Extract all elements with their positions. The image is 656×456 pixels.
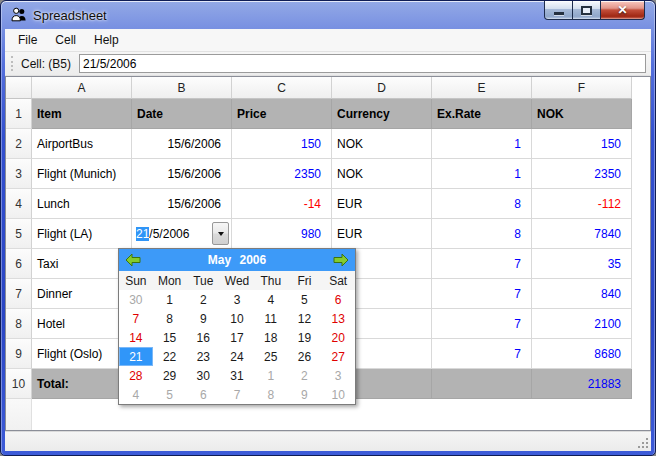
close-button[interactable]: ✕ xyxy=(600,1,645,20)
cell-f10[interactable]: 21883 xyxy=(532,369,632,399)
calendar-day[interactable]: 1 xyxy=(153,290,187,309)
calendar-month-year-label[interactable]: May 2006 xyxy=(208,253,266,267)
cell-e8[interactable]: 7 xyxy=(432,309,532,339)
cell-d1[interactable]: Currency xyxy=(332,99,432,129)
cell-f6[interactable]: 35 xyxy=(532,249,632,279)
menu-cell[interactable]: Cell xyxy=(46,30,85,50)
calendar-day[interactable]: 7 xyxy=(220,385,254,404)
cell-d5[interactable]: EUR xyxy=(332,219,432,249)
cell-e10[interactable] xyxy=(432,369,532,399)
cell-c4[interactable]: -14 xyxy=(232,189,332,219)
cell-d3[interactable]: NOK xyxy=(332,159,432,189)
table-corner-button[interactable] xyxy=(6,77,32,99)
calendar-day[interactable]: 20 xyxy=(321,328,355,347)
calendar-day[interactable]: 30 xyxy=(119,290,153,309)
calendar-day[interactable]: 7 xyxy=(119,309,153,328)
formula-input[interactable] xyxy=(79,54,646,73)
row-header[interactable]: 4 xyxy=(6,189,32,219)
toolbar-handle[interactable] xyxy=(11,56,15,71)
cell-f9[interactable]: 8680 xyxy=(532,339,632,369)
calendar-day[interactable]: 17 xyxy=(220,328,254,347)
row-header[interactable]: 1 xyxy=(6,99,32,129)
calendar-day[interactable]: 28 xyxy=(119,366,153,385)
calendar-day[interactable]: 10 xyxy=(220,309,254,328)
cell-e7[interactable]: 7 xyxy=(432,279,532,309)
menu-file[interactable]: File xyxy=(9,30,46,50)
row-header[interactable]: 2 xyxy=(6,129,32,159)
cell-f3[interactable]: 2350 xyxy=(532,159,632,189)
date-editor[interactable]: 21/5/2006 xyxy=(132,219,231,248)
cell-e4[interactable]: 8 xyxy=(432,189,532,219)
cell-f1[interactable]: NOK xyxy=(532,99,632,129)
calendar-day[interactable]: 10 xyxy=(321,385,355,404)
cell-d2[interactable]: NOK xyxy=(332,129,432,159)
date-dropdown-button[interactable] xyxy=(212,222,229,245)
calendar-day[interactable]: 12 xyxy=(288,309,322,328)
calendar-day[interactable]: 4 xyxy=(119,385,153,404)
calendar-day[interactable]: 15 xyxy=(153,328,187,347)
calendar-day[interactable]: 27 xyxy=(321,347,355,366)
cell-f5[interactable]: 7840 xyxy=(532,219,632,249)
cell-e9[interactable]: 7 xyxy=(432,339,532,369)
row-header[interactable]: 3 xyxy=(6,159,32,189)
calendar-day[interactable]: 5 xyxy=(288,290,322,309)
row-header[interactable]: 9 xyxy=(6,339,32,369)
cell-b2[interactable]: 15/6/2006 xyxy=(132,129,232,159)
calendar-day[interactable]: 31 xyxy=(220,366,254,385)
title-bar[interactable]: Spreadsheet ✕ xyxy=(1,1,655,29)
column-header-f[interactable]: F xyxy=(532,77,632,99)
row-header[interactable]: 5 xyxy=(6,219,32,249)
cell-a6[interactable]: Taxi xyxy=(32,249,132,279)
previous-month-button[interactable] xyxy=(124,253,142,268)
cell-b4[interactable]: 15/6/2006 xyxy=(132,189,232,219)
calendar-day[interactable]: 19 xyxy=(288,328,322,347)
minimize-button[interactable] xyxy=(544,1,573,20)
next-month-button[interactable] xyxy=(332,253,350,268)
cell-a9[interactable]: Flight (Oslo) xyxy=(32,339,132,369)
cell-c2[interactable]: 150 xyxy=(232,129,332,159)
cell-d4[interactable]: EUR xyxy=(332,189,432,219)
calendar-day[interactable]: 5 xyxy=(153,385,187,404)
cell-a7[interactable]: Dinner xyxy=(32,279,132,309)
cell-b1[interactable]: Date xyxy=(132,99,232,129)
column-header-e[interactable]: E xyxy=(432,77,532,99)
cell-a5[interactable]: Flight (LA) xyxy=(32,219,132,249)
cell-e3[interactable]: 1 xyxy=(432,159,532,189)
cell-a10[interactable]: Total: xyxy=(32,369,132,399)
calendar-day[interactable]: 11 xyxy=(254,309,288,328)
cell-e5[interactable]: 8 xyxy=(432,219,532,249)
row-header[interactable]: 6 xyxy=(6,249,32,279)
cell-f4[interactable]: -112 xyxy=(532,189,632,219)
cell-a3[interactable]: Flight (Munich) xyxy=(32,159,132,189)
row-header[interactable]: 10 xyxy=(6,369,32,399)
cell-f8[interactable]: 2100 xyxy=(532,309,632,339)
calendar-day[interactable]: 4 xyxy=(254,290,288,309)
cell-e6[interactable]: 7 xyxy=(432,249,532,279)
calendar-day[interactable]: 16 xyxy=(186,328,220,347)
cell-e1[interactable]: Ex.Rate xyxy=(432,99,532,129)
calendar-day[interactable]: 3 xyxy=(321,366,355,385)
calendar-day[interactable]: 8 xyxy=(254,385,288,404)
column-header-a[interactable]: A xyxy=(32,77,132,99)
cell-b3[interactable]: 15/6/2006 xyxy=(132,159,232,189)
calendar-day[interactable]: 18 xyxy=(254,328,288,347)
cell-c5[interactable]: 980 xyxy=(232,219,332,249)
calendar-day[interactable]: 22 xyxy=(153,347,187,366)
menu-help[interactable]: Help xyxy=(85,30,128,50)
calendar-day[interactable]: 25 xyxy=(254,347,288,366)
column-header-c[interactable]: C xyxy=(232,77,332,99)
cell-c3[interactable]: 2350 xyxy=(232,159,332,189)
calendar-day[interactable]: 1 xyxy=(254,366,288,385)
cell-e2[interactable]: 1 xyxy=(432,129,532,159)
cell-a1[interactable]: Item xyxy=(32,99,132,129)
calendar-day[interactable]: 2 xyxy=(186,290,220,309)
calendar-day[interactable]: 2 xyxy=(288,366,322,385)
resize-grip[interactable] xyxy=(637,437,649,449)
calendar-day[interactable]: 3 xyxy=(220,290,254,309)
calendar-day[interactable]: 13 xyxy=(321,309,355,328)
cell-f7[interactable]: 840 xyxy=(532,279,632,309)
cell-a8[interactable]: Hotel xyxy=(32,309,132,339)
cell-a4[interactable]: Lunch xyxy=(32,189,132,219)
calendar-day[interactable]: 30 xyxy=(186,366,220,385)
calendar-day[interactable]: 9 xyxy=(288,385,322,404)
